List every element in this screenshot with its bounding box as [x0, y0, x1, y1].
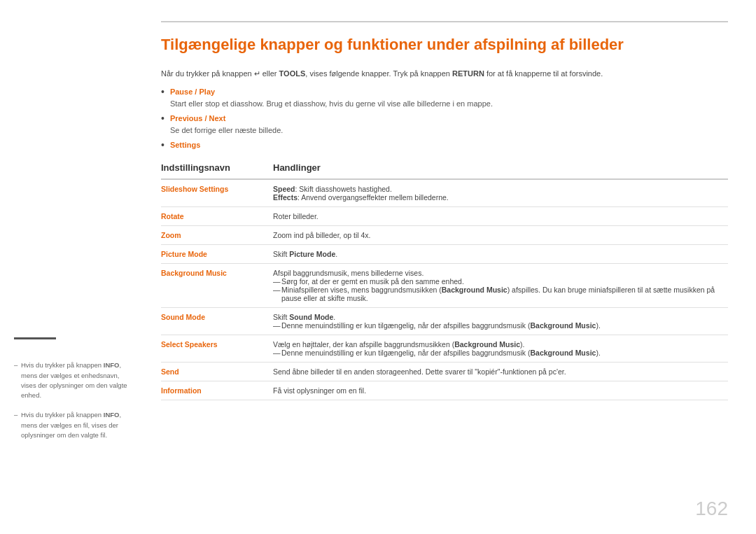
sidebar-line [14, 337, 56, 339]
bullet-title-1: Pause / Play [170, 87, 215, 96]
sidebar-note-1: Hvis du trykker på knappen INFO, mens de… [14, 360, 130, 400]
intro-paragraph: Når du trykker på knappen ↵ eller TOOLS,… [161, 68, 728, 80]
bullet-settings: • Settings [161, 139, 728, 151]
bullet-title-3: Settings [170, 141, 200, 149]
bullet-content-2: Previous / Next Se det forrige eller næs… [170, 113, 283, 136]
bullet-dot-3: • [161, 140, 164, 150]
table-row: Zoom Zoom ind på billeder, op til 4x. [161, 225, 728, 244]
main-content: Tilgængelige knapper og funktioner under… [140, 0, 756, 534]
row-content-bg-music: Afspil baggrundsmusik, mens billederne v… [273, 263, 728, 307]
bullet-dot-2: • [161, 113, 164, 123]
table-row: Background Music Afspil baggrundsmusik, … [161, 263, 728, 307]
top-divider [161, 21, 728, 22]
page-number: 162 [695, 498, 728, 520]
col-header-name: Indstillingsnavn [161, 158, 273, 179]
col-header-actions: Handlinger [273, 158, 728, 179]
page-title: Tilgængelige knapper og funktioner under… [161, 35, 728, 55]
bullet-content-1: Pause / Play Start eller stop et diassho… [170, 86, 493, 109]
row-label-zoom: Zoom [161, 231, 181, 239]
row-label-sound-mode: Sound Mode [161, 313, 205, 321]
bullet-previous-next: • Previous / Next Se det forrige eller n… [161, 113, 728, 136]
table-row: Select Speakers Vælg en højttaler, der k… [161, 335, 728, 362]
bullet-dot-1: • [161, 87, 164, 97]
row-content-rotate: Roter billeder. [273, 206, 728, 225]
table-row: Send Send åbne billeder til en anden sto… [161, 362, 728, 381]
row-content-send: Send åbne billeder til en anden storagee… [273, 362, 728, 381]
row-label-send: Send [161, 367, 179, 376]
table-header: Indstillingsnavn Handlinger [161, 158, 728, 179]
row-label-bg-music: Background Music [161, 269, 227, 277]
row-label-picture-mode: Picture Mode [161, 250, 207, 258]
row-content-sound-mode: Skift Sound Mode. — Denne menuindstillin… [273, 307, 728, 335]
sidebar-note-2: Hvis du trykker på knappen INFO, mens de… [14, 410, 130, 440]
row-content-zoom: Zoom ind på billeder, op til 4x. [273, 225, 728, 244]
table-row: Slideshow Settings Speed: Skift diasshow… [161, 179, 728, 207]
bullet-desc-2: Se det forrige eller næste billede. [170, 126, 283, 134]
bullet-title-2: Previous / Next [170, 114, 225, 122]
row-content-picture-mode: Skift Picture Mode. [273, 244, 728, 263]
bullet-pause-play: • Pause / Play Start eller stop et diass… [161, 86, 728, 109]
table-row: Picture Mode Skift Picture Mode. [161, 244, 728, 263]
row-label-information: Information [161, 386, 202, 395]
table-row: Rotate Roter billeder. [161, 206, 728, 225]
table-row: Sound Mode Skift Sound Mode. — Denne men… [161, 307, 728, 335]
row-label-select-speakers: Select Speakers [161, 340, 218, 349]
bullet-content-3: Settings [170, 139, 200, 151]
table-row: Information Få vist oplysninger om en fi… [161, 381, 728, 400]
settings-table: Indstillingsnavn Handlinger Slideshow Se… [161, 158, 728, 400]
row-content-slideshow: Speed: Skift diasshowets hastighed. Effe… [273, 179, 728, 207]
row-label-slideshow: Slideshow Settings [161, 185, 228, 193]
row-content-information: Få vist oplysninger om en fil. [273, 381, 728, 400]
row-content-select-speakers: Vælg en højttaler, der kan afspille bagg… [273, 335, 728, 362]
sidebar: Hvis du trykker på knappen INFO, mens de… [0, 0, 140, 534]
row-label-rotate: Rotate [161, 212, 184, 220]
bullet-desc-1: Start eller stop et diasshow. Brug et di… [170, 99, 493, 108]
